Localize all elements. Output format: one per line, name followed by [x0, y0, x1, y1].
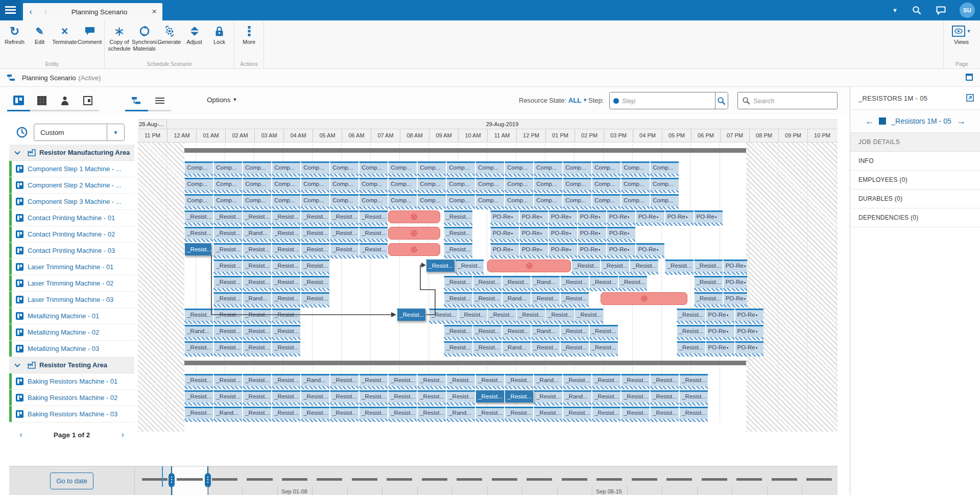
adjust-button[interactable]: Adjust [182, 23, 207, 45]
job-bar[interactable]: _Resist... [592, 374, 620, 386]
job-bar[interactable]: Comp... [243, 194, 271, 206]
job-bar[interactable]: _Resist... [592, 390, 620, 403]
job-bar[interactable]: _Resist... [330, 374, 358, 386]
job-bar[interactable]: _Resist... [243, 309, 271, 321]
job-bar[interactable]: Comp... [505, 178, 533, 190]
time-range-select[interactable]: Custom ▼ [34, 124, 125, 141]
job-bar[interactable]: PO-Re▪ [723, 276, 747, 288]
job-bar[interactable]: Comp... [184, 161, 213, 174]
resource-row[interactable]: Laser Trimming Machine - 03 [9, 292, 134, 308]
job-bar[interactable]: _Resist... [272, 292, 300, 304]
job-bar[interactable]: _Resist... [272, 407, 300, 419]
job-bar[interactable]: _Resist... [694, 260, 723, 272]
search-input[interactable] [750, 97, 846, 105]
go-to-date-button[interactable]: Go to date [50, 473, 93, 489]
job-bar[interactable]: _Rand... [184, 325, 213, 337]
conflict-bar[interactable] [388, 227, 440, 240]
job-bar[interactable]: Comp... [563, 178, 591, 190]
job-bar[interactable]: PO-Re▪ [735, 325, 763, 337]
job-bar[interactable]: Comp... [301, 161, 329, 174]
panel-accordion-item[interactable]: DEPENDENCIES (0) [850, 208, 980, 227]
job-bar[interactable]: _Resist... [444, 292, 472, 304]
job-bar[interactable]: _Resist... [272, 243, 300, 255]
job-bar[interactable]: _Resist... [694, 276, 723, 288]
resource-row[interactable]: Baking Resistors Machine - 03 [9, 406, 134, 422]
job-bar[interactable]: _Resist... [301, 276, 329, 288]
job-bar[interactable]: Comp... [592, 161, 620, 174]
job-bar[interactable]: Comp... [621, 178, 650, 190]
job-bar[interactable]: _Resist... [621, 407, 650, 419]
job-bar[interactable]: PO-Re▪ [607, 227, 635, 239]
job-bar[interactable]: Comp... [446, 194, 475, 206]
job-bar[interactable]: _Resist... [243, 407, 271, 419]
job-bar[interactable]: _Resist... [475, 407, 504, 419]
job-bar[interactable]: _Resist... [571, 260, 600, 272]
job-bar[interactable]: _Resist... [589, 341, 618, 353]
job-bar[interactable]: _Resist... [301, 292, 329, 304]
maximize-icon[interactable] [966, 74, 973, 81]
job-bar[interactable]: _Resist... [213, 210, 242, 223]
job-bar[interactable]: _Resist... [618, 276, 647, 288]
job-bar[interactable]: Comp... [650, 178, 679, 190]
job-bar[interactable]: _Resist... [677, 309, 705, 321]
job-bar[interactable]: _Resist... [630, 260, 658, 272]
conflict-bar[interactable] [487, 260, 571, 272]
job-bar[interactable]: _Resist... [694, 292, 723, 304]
refresh-button[interactable]: ↻Refresh [2, 23, 27, 45]
job-bar[interactable]: Comp... [388, 194, 417, 206]
job-bar[interactable]: _Resist... [243, 341, 271, 353]
job-bar[interactable]: _Resist... [184, 407, 213, 419]
resource-row[interactable]: Baking Resistors Machine - 01 [9, 373, 134, 390]
resource-state-filter[interactable]: Resource State: ALL▼ [519, 97, 587, 104]
job-bar[interactable]: _Resist... [589, 276, 618, 288]
tab-gantt-layout[interactable] [125, 91, 148, 111]
job-bar[interactable]: _Resist... [417, 374, 446, 386]
job-bar[interactable]: _Resist... [560, 292, 589, 304]
step-input[interactable] [619, 92, 715, 109]
job-bar[interactable]: _Resist... [213, 227, 242, 239]
job-bar[interactable]: _Resist... [516, 309, 545, 321]
comment-button[interactable]: Comment [77, 23, 102, 45]
job-bar[interactable]: _Resist... [531, 341, 560, 353]
resource-row[interactable]: Metallizing Machine - 02 [9, 324, 134, 341]
search-icon[interactable] [912, 5, 922, 15]
job-bar[interactable]: Comp... [621, 161, 650, 174]
job-bar[interactable]: PO-Re▪ [706, 341, 734, 353]
job-bar[interactable]: _Resist... [650, 390, 679, 403]
job-bar[interactable]: _Resist... [444, 341, 472, 353]
resource-row[interactable]: Metallizing Machine - 01 [9, 308, 134, 324]
job-bar[interactable]: _Resist... [184, 309, 213, 321]
job-bar[interactable]: _Resist... [243, 374, 271, 386]
job-bar[interactable]: _Resist... [184, 374, 213, 386]
job-bar[interactable]: Comp... [475, 161, 504, 174]
synchroni-materials-button[interactable]: Synchroni... Materials [132, 23, 157, 52]
job-bar[interactable]: _Resist... [184, 390, 213, 403]
job-bar[interactable]: _Resist... [330, 407, 358, 419]
lock-button[interactable]: Lock [207, 23, 232, 45]
copy-of-schedule-button[interactable]: ∗Copy of schedule [107, 23, 132, 52]
job-bar[interactable]: Comp... [446, 161, 475, 174]
job-bar[interactable]: _Resist... [487, 309, 516, 321]
generate-button[interactable]: Generate [157, 23, 182, 45]
job-bar[interactable]: _Resist... [301, 243, 329, 255]
job-bar[interactable]: Comp... [505, 194, 533, 206]
job-bar[interactable]: Comp... [446, 178, 475, 190]
job-bar[interactable]: Comp... [213, 194, 242, 206]
job-bar[interactable]: PO-Re▪ [490, 243, 519, 255]
job-bar[interactable]: Comp... [184, 194, 213, 206]
selected-job-bar[interactable]: _Resist... [184, 243, 211, 255]
job-bar[interactable]: _Resist... [359, 374, 388, 386]
job-bar[interactable]: _Resist... [679, 407, 708, 419]
terminate-button[interactable]: ×Terminate [52, 23, 77, 45]
job-bar[interactable]: _Resist... [272, 227, 300, 239]
tab-compact-view[interactable] [76, 91, 99, 111]
job-bar[interactable]: _Resist... [272, 309, 300, 321]
open-in-window-icon[interactable] [966, 94, 974, 102]
step-search-button[interactable] [715, 92, 728, 109]
hamburger-menu-icon[interactable] [0, 0, 21, 20]
job-bar[interactable]: Comp... [534, 161, 562, 174]
job-bar[interactable]: _Resist... [388, 390, 417, 403]
job-bar[interactable]: _Resist... [272, 390, 300, 403]
job-bar[interactable]: Comp... [592, 178, 620, 190]
panel-accordion-item[interactable]: INFO [850, 152, 980, 171]
